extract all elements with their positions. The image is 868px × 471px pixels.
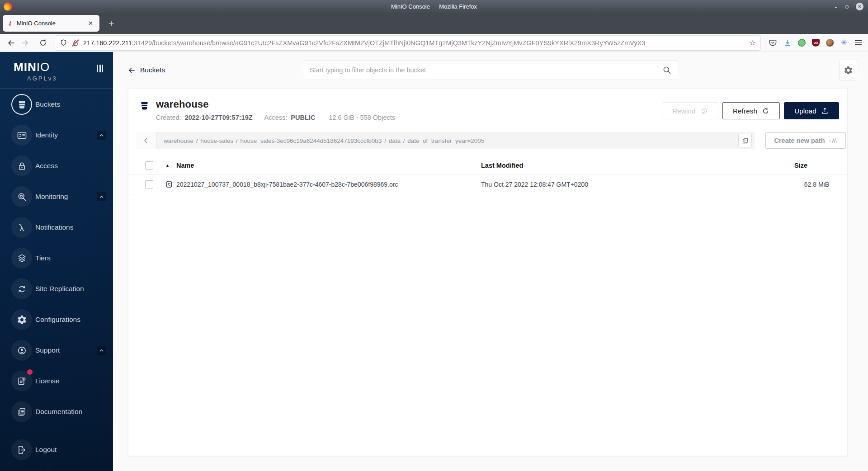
sidebar-item-site-replication[interactable]: Site Replication	[0, 273, 113, 304]
breadcrumb-segment[interactable]: data	[389, 137, 401, 144]
size-column-header[interactable]: Size	[761, 162, 829, 169]
magnify-icon	[11, 186, 32, 207]
created-label: Created:	[156, 114, 181, 121]
object-filter-input[interactable]	[310, 66, 662, 74]
sidebar-item-buckets[interactable]: Buckets	[0, 89, 113, 120]
extension-green-icon[interactable]	[798, 39, 806, 47]
reload-button[interactable]	[36, 37, 50, 49]
sidebar-logo: MINIO AGPLv3	[0, 52, 113, 89]
sidebar-item-label: Documentation	[35, 408, 82, 416]
name-column-header[interactable]: ▲ Name	[165, 162, 481, 169]
window-minimize-icon[interactable]: ⌄	[834, 4, 838, 9]
path-back-button[interactable]	[136, 132, 156, 149]
copy-path-button[interactable]	[738, 134, 752, 147]
ublock-origin-icon[interactable]: uO	[812, 39, 820, 47]
create-new-path-button[interactable]: Create new path	[765, 132, 846, 149]
path-row: warehouse / house-sales / house_sales-3e…	[136, 132, 847, 149]
access-value[interactable]: PUBLIC	[291, 114, 315, 121]
bucket-meta: Created: 2022-10-27T09:57:19Z Access: PU…	[156, 114, 395, 121]
extension-asterisk-icon[interactable]: ✳	[840, 39, 848, 47]
breadcrumb-segment[interactable]: house-sales	[200, 137, 233, 144]
sidebar-item-label: License	[35, 377, 59, 385]
page-header: Buckets	[113, 52, 868, 88]
bucket-icon	[11, 94, 32, 115]
new-path-icon	[829, 137, 837, 144]
window-title: MinIO Console — Mozilla Firefox	[0, 3, 868, 10]
support-icon	[11, 340, 32, 361]
license-tag: AGPLv3	[27, 75, 113, 82]
bucket-icon	[139, 100, 150, 112]
downloads-icon[interactable]	[783, 39, 792, 47]
layers-icon	[11, 248, 32, 268]
new-tab-button[interactable]: +	[106, 18, 117, 29]
sidebar-item-access[interactable]: Access	[0, 151, 113, 181]
sidebar-item-monitoring[interactable]: Monitoring	[0, 181, 113, 212]
upload-button[interactable]: Upload	[784, 102, 839, 119]
sidebar-item-support[interactable]: Support	[0, 335, 113, 366]
sidebar-item-label: Identity	[35, 131, 58, 139]
url-path: :31429/buckets/warehouse/browse/aG91c2Ut…	[132, 39, 646, 47]
sidebar: MINIO AGPLv3 Buckets Identity Access Mon…	[0, 52, 113, 471]
sidebar-item-notifications[interactable]: Notifications	[0, 212, 113, 243]
bucket-settings-button[interactable]	[839, 60, 857, 80]
sidebar-item-identity[interactable]: Identity	[0, 120, 113, 151]
table-body: 20221027_100737_00018_b8xji-7581bae2-377…	[128, 174, 847, 194]
objects-table: ▲ Name Last Modified Size 20221027_10073…	[128, 156, 847, 194]
bucket-browser-card: warehouse Created: 2022-10-27T09:57:19Z …	[128, 88, 848, 456]
main-content: Buckets warehouse Created: 2	[113, 52, 868, 471]
sidebar-item-label: Configurations	[35, 316, 80, 324]
rewind-button[interactable]: Rewind	[662, 102, 718, 119]
gear-icon	[844, 66, 853, 75]
bookmark-star-icon[interactable]: ☆	[750, 38, 756, 47]
rewind-icon	[700, 107, 708, 115]
sidebar-item-tiers[interactable]: Tiers	[0, 243, 113, 273]
sidebar-item-configurations[interactable]: Configurations	[0, 304, 113, 335]
url-text[interactable]: 217.160.222.211:31429/buckets/warehouse/…	[83, 39, 747, 47]
sidebar-item-license[interactable]: License	[0, 366, 113, 396]
breadcrumb-bar: warehouse / house-sales / house_sales-3e…	[136, 132, 755, 149]
gear-icon	[11, 309, 32, 330]
modified-column-header[interactable]: Last Modified	[481, 162, 761, 169]
chevron-up-icon[interactable]	[97, 192, 106, 201]
bucket-header: warehouse Created: 2022-10-27T09:57:19Z …	[128, 89, 847, 121]
sidebar-collapse-icon[interactable]	[97, 65, 103, 72]
table-row[interactable]: 20221027_100737_00018_b8xji-7581bae2-377…	[128, 174, 847, 194]
chevron-up-icon[interactable]	[97, 131, 106, 140]
object-filter	[303, 60, 678, 80]
back-button[interactable]	[5, 37, 18, 49]
breadcrumb-segment[interactable]: date_of_transfer_year=2005	[407, 137, 484, 144]
sidebar-item-documentation[interactable]: Documentation	[0, 396, 113, 427]
url-bar[interactable]: 217.160.222.211:31429/buckets/warehouse/…	[55, 36, 760, 50]
insecure-lock-icon[interactable]	[72, 39, 79, 47]
docs-icon	[11, 401, 32, 422]
sidebar-item-logout[interactable]: Logout	[0, 434, 113, 465]
breadcrumb-segment[interactable]: warehouse	[164, 137, 193, 144]
row-checkbox[interactable]	[145, 180, 153, 188]
sidebar-item-label: Support	[35, 346, 60, 354]
window-titlebar: MinIO Console — Mozilla Firefox ⌄ ◇ ✕	[0, 0, 868, 13]
cookie-extension-icon[interactable]	[826, 39, 834, 47]
window-close-icon[interactable]: ✕	[856, 3, 863, 10]
sidebar-item-label: Site Replication	[35, 285, 84, 293]
browser-tab[interactable]: MinIO Console ✕	[3, 15, 99, 32]
refresh-button[interactable]: Refresh	[722, 102, 780, 119]
select-all-checkbox[interactable]	[145, 161, 153, 170]
sidebar-item-label: Logout	[35, 446, 57, 454]
back-link-label: Buckets	[140, 66, 165, 74]
window-maximize-icon[interactable]: ◇	[845, 4, 849, 9]
bucket-name: warehouse	[156, 99, 395, 110]
menu-hamburger-icon[interactable]	[853, 38, 863, 47]
object-file-icon	[165, 181, 173, 188]
tracking-shield-icon[interactable]	[60, 39, 67, 47]
tab-close-icon[interactable]: ✕	[86, 19, 95, 28]
breadcrumb-segment[interactable]: house_sales-3ec96c19a6244d5186247193cccf…	[240, 137, 382, 144]
object-name[interactable]: 20221027_100737_00018_b8xji-7581bae2-377…	[176, 181, 398, 188]
forward-button[interactable]	[18, 37, 32, 49]
minio-favicon	[7, 20, 13, 27]
chevron-up-icon[interactable]	[97, 346, 106, 355]
back-to-buckets-link[interactable]: Buckets	[128, 66, 165, 74]
sort-ascending-icon: ▲	[165, 163, 170, 168]
pocket-icon[interactable]	[769, 38, 777, 47]
bucket-usage: 12.6 GiB - 558 Objects	[329, 114, 395, 121]
upload-icon	[821, 107, 829, 115]
